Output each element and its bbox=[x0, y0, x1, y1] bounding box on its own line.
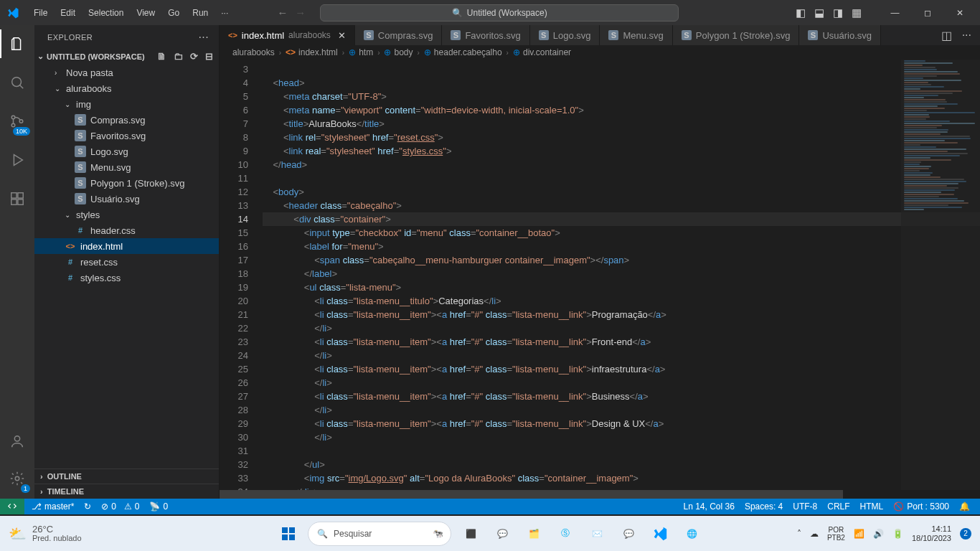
nav-back-icon[interactable]: ← bbox=[277, 6, 288, 19]
command-center-label: Untitled (Workspace) bbox=[467, 8, 547, 18]
layout-right-icon[interactable]: ◨ bbox=[833, 6, 843, 19]
status-ln[interactable]: Ln 14, Col 36 bbox=[684, 501, 735, 512]
breadcrumbs[interactable]: alurabooks› <> index.html› ⊕ htm› ⊕ body… bbox=[220, 45, 980, 60]
activity-settings-icon[interactable]: 1 bbox=[0, 467, 34, 490]
chrome-icon[interactable]: 🌐 bbox=[679, 522, 704, 546]
activity-scm-icon[interactable]: 10K bbox=[0, 110, 34, 133]
file-favoritos[interactable]: SFavoritos.svg bbox=[34, 128, 219, 143]
editor-group: <>index.html alurabooks✕ SCompras.svg SF… bbox=[220, 25, 980, 499]
folder-alurabooks[interactable]: ⌄alurabooks bbox=[34, 80, 219, 96]
menu-edit[interactable]: Edit bbox=[55, 4, 81, 22]
activity-search-icon[interactable] bbox=[0, 71, 34, 94]
tab-close-icon[interactable]: ✕ bbox=[338, 30, 346, 41]
minimize-icon[interactable]: — bbox=[879, 0, 911, 25]
status-problems[interactable]: ⊘ 0 ⚠ 0 bbox=[101, 501, 139, 512]
svg-point-2 bbox=[11, 123, 15, 127]
menu-go[interactable]: Go bbox=[162, 4, 185, 22]
taskbar-weather[interactable]: ⛅ 26°CPred. nublado bbox=[9, 524, 82, 543]
tab-index[interactable]: <>index.html alurabooks✕ bbox=[220, 25, 355, 45]
tray-battery-icon[interactable]: 🔋 bbox=[892, 529, 903, 539]
tab-compras[interactable]: SCompras.svg bbox=[355, 25, 443, 45]
refresh-icon[interactable]: ⟳ bbox=[190, 51, 198, 62]
menu-file[interactable]: File bbox=[28, 4, 53, 22]
activity-account-icon[interactable] bbox=[0, 430, 34, 453]
menu-more[interactable]: ··· bbox=[215, 4, 234, 22]
svg-rect-6 bbox=[18, 199, 23, 204]
status-radio[interactable]: 📡 0 bbox=[149, 501, 168, 512]
menu-run[interactable]: Run bbox=[187, 4, 214, 22]
file-resetcss[interactable]: #reset.css bbox=[34, 254, 219, 270]
title-bar: File Edit Selection View Go Run ··· ← → … bbox=[0, 0, 980, 25]
code-editor[interactable]: 3456789101112131415161718192021222324252… bbox=[220, 60, 980, 499]
start-button[interactable] bbox=[276, 522, 301, 546]
sidebar-more-icon[interactable]: ··· bbox=[198, 31, 209, 44]
taskbar-search[interactable]: 🔍 Pesquisar 🐄 bbox=[308, 522, 451, 546]
menu-view[interactable]: View bbox=[131, 4, 161, 22]
nav-fwd-icon[interactable]: → bbox=[295, 6, 306, 19]
tray-volume-icon[interactable]: 🔊 bbox=[873, 529, 884, 539]
svg-point-9 bbox=[15, 476, 19, 481]
explorer-icon[interactable]: 🗂️ bbox=[522, 522, 546, 546]
activity-debug-icon[interactable] bbox=[0, 149, 34, 171]
file-usuario[interactable]: SUsuário.svg bbox=[34, 191, 219, 207]
tray-clock[interactable]: 14:1118/10/2023 bbox=[912, 524, 951, 543]
tray-wifi-icon[interactable]: 📶 bbox=[854, 529, 864, 539]
maximize-icon[interactable]: ◻ bbox=[911, 0, 943, 25]
status-spaces[interactable]: Spaces: 4 bbox=[745, 501, 783, 512]
windows-taskbar: ⛅ 26°CPred. nublado 🔍 Pesquisar 🐄 ⬛ 💬 🗂️… bbox=[0, 516, 980, 551]
tray-chevron-icon[interactable]: ˄ bbox=[797, 529, 801, 539]
status-eol[interactable]: CRLF bbox=[827, 501, 849, 512]
folder-img[interactable]: ⌄img bbox=[34, 96, 219, 112]
file-stylescss[interactable]: #styles.css bbox=[34, 270, 219, 286]
status-lang[interactable]: HTML bbox=[860, 501, 884, 512]
status-port[interactable]: 🚫 Port : 5300 bbox=[893, 501, 949, 512]
taskview-icon[interactable]: ⬛ bbox=[458, 522, 483, 546]
collapse-icon[interactable]: ⊟ bbox=[205, 51, 213, 62]
remote-icon[interactable] bbox=[0, 499, 24, 514]
timeline-section[interactable]: ›TIMELINE bbox=[34, 484, 219, 499]
folder-novapasta[interactable]: ›Nova pasta bbox=[34, 65, 219, 80]
workspace-section[interactable]: ⌄ UNTITLED (WORKSPACE) 🗎 🗀 ⟳ ⊟ bbox=[34, 48, 219, 65]
status-sync[interactable]: ↻ bbox=[84, 501, 91, 512]
new-folder-icon[interactable]: 🗀 bbox=[174, 51, 183, 62]
file-headercss[interactable]: #header.css bbox=[34, 222, 219, 238]
whatsapp-icon[interactable]: 💬 bbox=[616, 522, 641, 546]
layout-grid-icon[interactable]: ▦ bbox=[852, 6, 862, 19]
tab-usuario[interactable]: SUsuário.svg bbox=[799, 25, 881, 45]
layout-bottom-icon[interactable]: ⬓ bbox=[814, 6, 824, 19]
code-lines[interactable]: <head> <meta charset="UTF-8"> <meta name… bbox=[263, 60, 980, 499]
tab-menu[interactable]: SMenu.svg bbox=[600, 25, 672, 45]
status-enc[interactable]: UTF-8 bbox=[793, 501, 817, 512]
file-indexhtml[interactable]: <>index.html bbox=[34, 238, 219, 254]
horizontal-scrollbar[interactable] bbox=[220, 490, 980, 499]
folder-styles[interactable]: ⌄styles bbox=[34, 207, 219, 222]
tray-notifications[interactable]: 2 bbox=[960, 528, 971, 540]
tray-onedrive-icon[interactable]: ☁ bbox=[810, 529, 819, 539]
svg-point-8 bbox=[14, 436, 19, 441]
file-menu[interactable]: SMenu.svg bbox=[34, 159, 219, 175]
close-icon[interactable]: ✕ bbox=[943, 0, 976, 25]
activity-extensions-icon[interactable] bbox=[0, 187, 34, 210]
outlook-icon[interactable]: ✉️ bbox=[585, 522, 609, 546]
svg-point-0 bbox=[12, 77, 22, 87]
skype-icon[interactable]: Ⓢ bbox=[553, 522, 578, 546]
status-bell-icon[interactable]: 🔔 bbox=[959, 501, 970, 512]
activity-explorer-icon[interactable] bbox=[0, 32, 34, 55]
tab-favoritos[interactable]: SFavoritos.svg bbox=[442, 25, 529, 45]
layout-left-icon[interactable]: ◧ bbox=[796, 6, 806, 19]
minimap[interactable] bbox=[901, 60, 980, 499]
file-polygon[interactable]: SPolygon 1 (Stroke).svg bbox=[34, 175, 219, 191]
vscode-icon[interactable] bbox=[648, 522, 672, 546]
tab-more-icon[interactable]: ··· bbox=[962, 29, 971, 42]
split-editor-icon[interactable]: ◫ bbox=[941, 29, 952, 42]
teams-icon[interactable]: 💬 bbox=[490, 522, 514, 546]
tab-polygon[interactable]: SPolygon 1 (Stroke).svg bbox=[673, 25, 800, 45]
file-logo[interactable]: SLogo.svg bbox=[34, 143, 219, 159]
outline-section[interactable]: ›OUTLINE bbox=[34, 468, 219, 484]
menu-selection[interactable]: Selection bbox=[83, 4, 129, 22]
new-file-icon[interactable]: 🗎 bbox=[157, 51, 166, 62]
file-compras[interactable]: SCompras.svg bbox=[34, 112, 219, 128]
status-branch[interactable]: ⎇ master* bbox=[32, 501, 74, 512]
command-center[interactable]: 🔍 Untitled (Workspace) bbox=[320, 4, 679, 22]
tab-logo[interactable]: SLogo.svg bbox=[530, 25, 600, 45]
